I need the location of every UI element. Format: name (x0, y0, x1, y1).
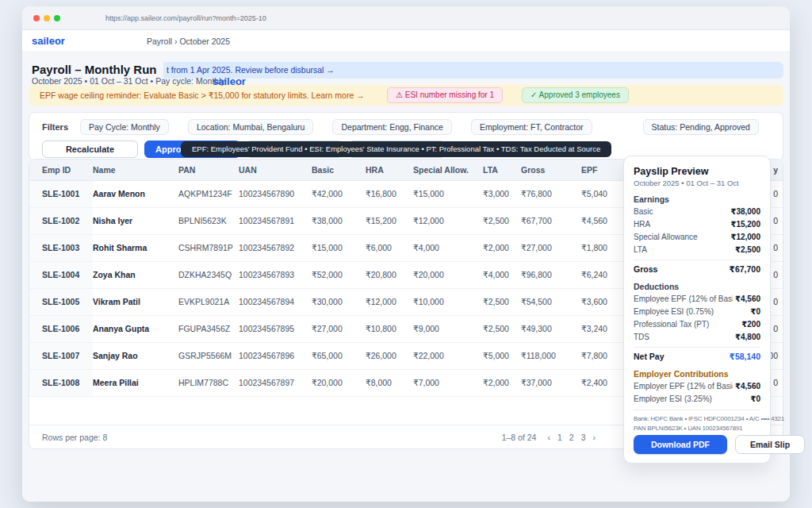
cell-hra: ₹12,000 (366, 289, 413, 315)
cell-uan: 100234567892 (239, 235, 312, 261)
cell-pan: GSRJP5566M (178, 343, 239, 369)
cell-lta: ₹2,500 (483, 316, 521, 342)
cell-hra: ₹8,000 (366, 370, 413, 396)
page-button[interactable]: 2 (569, 433, 574, 442)
cell-emp-id: SLE-1008 (29, 370, 93, 396)
cell-special-allow: ₹22,000 (413, 343, 483, 369)
payslip-title: Payslip Preview (634, 166, 760, 177)
cell-hra: ₹15,200 (366, 208, 413, 234)
bank-line: Bank: HDFC Bank • IFSC HDFC0001234 • A/C… (634, 414, 760, 424)
filter-chip[interactable]: Employment: FT, Contractor (471, 119, 592, 135)
column-header[interactable]: Emp ID (29, 165, 93, 175)
cell-lta: ₹4,000 (483, 262, 521, 288)
cell-emp-id: SLE-1003 (29, 235, 93, 261)
cell-gross: ₹54,500 (521, 289, 581, 315)
cell-lta: ₹5,000 (483, 343, 521, 369)
earning-row: Special Allowance₹12,000 (634, 232, 760, 242)
page-button[interactable]: › (593, 433, 596, 442)
cell-special-allow: ₹20,000 (413, 262, 483, 288)
browser-window: https://app.saileor.com/payroll/run?mont… (22, 6, 790, 502)
filter-chip[interactable]: Department: Engg, Finance (332, 119, 451, 135)
cell-hra: ₹6,000 (366, 235, 413, 261)
filter-chip[interactable]: Pay Cycle: Monthly (80, 119, 169, 135)
column-header[interactable]: UAN (239, 165, 312, 175)
cell-emp-id: SLE-1001 (29, 181, 93, 207)
cell-gross: ₹76,800 (521, 181, 581, 207)
cell-lta: ₹2,000 (483, 370, 521, 396)
cell-uan: 100234567896 (239, 343, 312, 369)
recalculate-button[interactable]: Recalculate (42, 140, 138, 158)
cell-gross: ₹37,000 (521, 370, 581, 396)
deductions-heading: Deductions (634, 282, 760, 291)
cell-name: Meera Pillai (93, 370, 178, 396)
pagination-area: 1–8 of 24 ‹123› (502, 433, 596, 442)
cell-uan: 100234567890 (239, 181, 312, 207)
deductions-list: Employee EPF (12% of Basic)₹4,560 Employ… (634, 294, 760, 342)
glossary-tooltip: EPF: Employees' Provident Fund • ESI: Em… (181, 141, 611, 157)
column-header[interactable]: Gross (521, 165, 581, 175)
payslip-actions: Download PDF Email Slip (634, 435, 805, 454)
cell-name: Zoya Khan (93, 262, 178, 288)
cell-basic: ₹65,000 (312, 343, 366, 369)
cell-emp-id: SLE-1002 (29, 208, 93, 234)
column-header[interactable]: HRA (366, 165, 413, 175)
earning-row: HRA₹15,200 (634, 219, 760, 229)
cell-gross: ₹27,000 (521, 235, 581, 261)
cell-name: Aarav Menon (93, 181, 178, 207)
esi-missing-badge: ⚠ ESI number missing for 1 (387, 87, 503, 103)
pagination: ‹123› (547, 433, 596, 442)
column-header[interactable]: LTA (483, 165, 521, 175)
cell-special-allow: ₹9,000 (413, 316, 483, 342)
info-banner-text: t from 1 Apr 2025. Review before disburs… (167, 65, 335, 75)
filter-chip[interactable]: Status: Pending, Approved (643, 119, 759, 135)
cell-lta: ₹2,500 (483, 289, 521, 315)
cell-gross: ₹118,000 (521, 343, 581, 369)
column-header[interactable]: Name (93, 165, 178, 175)
range-label: 1–8 of 24 (502, 433, 537, 442)
cell-uan: 100234567891 (239, 208, 312, 234)
cell-name: Sanjay Rao (93, 343, 178, 369)
earnings-heading: Earnings (634, 194, 760, 204)
warning-banner: EPF wage ceiling reminder: Evaluate Basi… (29, 85, 783, 106)
filter-chip[interactable]: Location: Mumbai, Bengaluru (188, 119, 314, 135)
rows-per-page[interactable]: Rows per page: 8 (42, 433, 107, 442)
page-button[interactable]: 1 (557, 433, 562, 442)
column-header[interactable]: Special Allow. (413, 165, 483, 175)
warning-text: EPF wage ceiling reminder: Evaluate Basi… (40, 85, 365, 106)
cell-hra: ₹26,000 (366, 343, 413, 369)
cell-basic: ₹38,000 (312, 208, 366, 234)
cell-gross: ₹49,300 (521, 316, 581, 342)
email-slip-button[interactable]: Email Slip (735, 435, 805, 454)
page-button[interactable]: ‹ (547, 433, 550, 442)
employer-contributions-heading: Employer Contributions (634, 369, 760, 379)
earnings-list: Basic₹38,000 HRA₹15,200 Special Allowanc… (634, 206, 760, 255)
column-header[interactable]: Basic (312, 165, 366, 175)
payslip-preview-panel: Payslip Preview October 2025 • 01 Oct – … (623, 156, 771, 464)
page-subtitle: October 2025 • 01 Oct – 31 Oct • Pay cyc… (32, 77, 225, 86)
cell-hra: ₹20,800 (366, 262, 413, 288)
cell-pan: DZKHA2345Q (178, 262, 239, 288)
maximize-window-icon[interactable] (54, 15, 60, 21)
minimize-window-icon[interactable] (44, 15, 50, 21)
deduction-row: TDS₹4,800 (634, 332, 760, 342)
breadcrumb[interactable]: Payroll › October 2025 (147, 30, 230, 52)
page-button[interactable]: 3 (581, 433, 586, 442)
cell-basic: ₹42,000 (312, 181, 366, 207)
employer-row: Employer EPF (12% of Basic)₹4,560 (634, 381, 760, 391)
cell-hra: ₹16,800 (366, 181, 413, 207)
cell-pan: BPLNI5623K (178, 208, 239, 234)
cell-pan: EVKPL9021A (178, 289, 239, 315)
cell-pan: CSHRM7891P (178, 235, 239, 261)
column-header[interactable]: PAN (178, 165, 239, 175)
close-window-icon[interactable] (33, 15, 40, 21)
deduction-row: Employee EPF (12% of Basic)₹4,560 (634, 294, 760, 304)
cell-basic: ₹30,000 (312, 289, 366, 315)
app-header: saileor Payroll › October 2025 (22, 30, 790, 52)
cell-name: Vikram Patil (93, 289, 178, 315)
payslip-period: October 2025 • 01 Oct – 31 Oct (634, 179, 760, 187)
app-logo[interactable]: saileor (32, 30, 65, 52)
cell-emp-id: SLE-1004 (29, 262, 93, 288)
download-pdf-button[interactable]: Download PDF (634, 435, 727, 454)
address-bar[interactable]: https://app.saileor.com/payroll/run?mont… (105, 6, 266, 30)
cell-emp-id: SLE-1006 (29, 316, 93, 342)
